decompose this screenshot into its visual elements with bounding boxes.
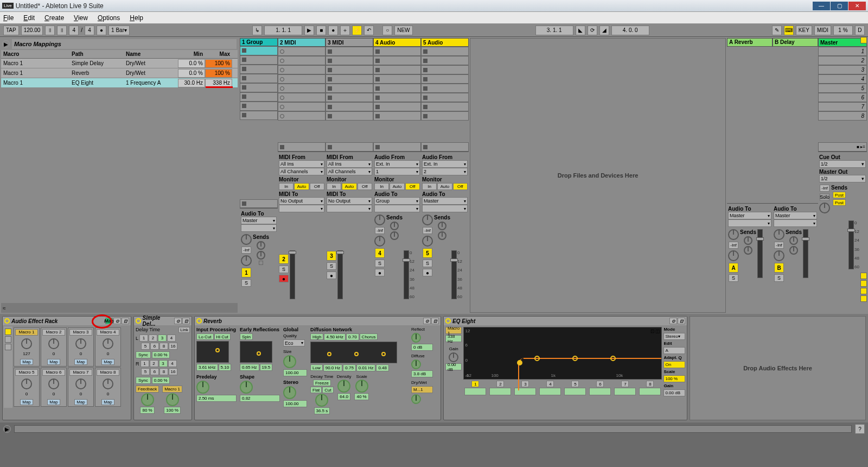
clip-slot[interactable]: [421, 65, 469, 74]
beat-div[interactable]: 4: [167, 335, 176, 342]
clip-slot[interactable]: [278, 47, 326, 56]
map-mode-button[interactable]: Map: [105, 318, 113, 324]
midi-to-dropdown[interactable]: No Output: [327, 197, 372, 205]
clip-slot[interactable]: [240, 92, 278, 102]
clip-slot[interactable]: [240, 111, 278, 120]
clip-slot[interactable]: [240, 83, 278, 92]
scene-row[interactable]: 1: [818, 47, 867, 56]
draw-mode-button[interactable]: ✎: [772, 26, 782, 35]
punch-in-button[interactable]: ◣: [576, 26, 585, 35]
overdub-button[interactable]: ＋: [340, 26, 350, 35]
midi-map-button[interactable]: MIDI: [814, 26, 831, 35]
play-button[interactable]: ▶: [304, 26, 314, 35]
macro-knob[interactable]: Macro 70Map: [68, 368, 94, 407]
stop-all-slot[interactable]: [240, 199, 278, 208]
beat-div[interactable]: 8: [159, 343, 168, 350]
track-audio[interactable]: 5 Audio Audio From Ext. In 2: [421, 38, 469, 313]
track-header[interactable]: 2 MIDI: [278, 38, 326, 47]
scene-row[interactable]: 2: [818, 56, 867, 65]
clip-slot[interactable]: [421, 111, 469, 121]
time-offset-field[interactable]: 0.00 %: [152, 351, 170, 358]
track-header[interactable]: B Delay: [773, 38, 818, 47]
volume-fader[interactable]: [451, 250, 457, 299]
clip-slot[interactable]: [421, 84, 469, 93]
cue-out-dropdown[interactable]: 1/2▾: [819, 160, 866, 168]
monitor-off[interactable]: Off: [358, 183, 372, 190]
clip-slot[interactable]: [326, 65, 373, 74]
monitor-in[interactable]: In: [279, 183, 293, 190]
pan-knob[interactable]: [241, 234, 252, 245]
clip-slot[interactable]: [278, 74, 326, 84]
monitor-off[interactable]: Off: [310, 183, 324, 190]
hot-swap-icon[interactable]: ⊙: [113, 318, 121, 324]
edit-field[interactable]: A: [663, 347, 685, 354]
device-header[interactable]: Audio Effect Rack Map ⊙ ⊡: [3, 317, 131, 325]
track-group[interactable]: 1 Group Audio To Master: [240, 38, 278, 313]
track-header[interactable]: 1 Group: [240, 38, 278, 46]
status-bar-scrub[interactable]: [14, 425, 852, 433]
device-activator-icon[interactable]: [196, 318, 202, 324]
beat-div[interactable]: 1: [139, 335, 148, 342]
clip-slot[interactable]: [373, 74, 421, 84]
arrangement-position[interactable]: 1. 1. 1: [264, 26, 302, 35]
menu-edit[interactable]: Edit: [23, 14, 35, 22]
master-fader[interactable]: [848, 220, 854, 269]
capture-button[interactable]: NEW: [394, 26, 412, 35]
follow-button[interactable]: ↳: [252, 26, 262, 35]
clip-slot[interactable]: [326, 93, 373, 102]
master-out-dropdown[interactable]: 1/2▾: [819, 175, 866, 182]
track-activator[interactable]: 4: [375, 248, 385, 258]
density-knob[interactable]: [337, 380, 350, 393]
solo-button[interactable]: S: [279, 266, 289, 273]
solo-button[interactable]: Solo: [820, 193, 829, 201]
quality-dropdown[interactable]: Eco: [283, 339, 305, 346]
time-offset-field[interactable]: 0.00 %: [152, 377, 170, 384]
send-b-knob[interactable]: [257, 251, 265, 260]
preview-play-icon[interactable]: ▶: [3, 425, 11, 433]
diffusion-graph[interactable]: [310, 342, 397, 363]
macro-min-field[interactable]: 0.0 %: [178, 69, 205, 78]
drop-files-area[interactable]: Drop Files and Devices Here: [470, 38, 726, 313]
midi-velocity-fader[interactable]: [290, 250, 295, 299]
quantize-menu[interactable]: 1 Bar ▾: [108, 26, 130, 35]
device-header[interactable]: EQ Eight ⊙⊡: [444, 317, 687, 325]
menu-create[interactable]: Create: [44, 14, 64, 22]
device-activator-icon[interactable]: [4, 318, 10, 324]
band-4-toggle[interactable]: 4: [546, 381, 554, 387]
band-6-toggle[interactable]: 6: [596, 381, 604, 387]
midi-ch-dropdown[interactable]: All Channels: [327, 168, 372, 175]
monitor-off[interactable]: Off: [405, 183, 420, 190]
gain-knob[interactable]: [449, 352, 458, 362]
send-a-knob[interactable]: [257, 241, 265, 250]
macro-min-field[interactable]: 30.0 Hz: [178, 79, 205, 87]
send-b-knob[interactable]: [789, 246, 798, 255]
track-header[interactable]: 4 Audio: [373, 38, 421, 47]
filter-shape-dropdown[interactable]: [464, 388, 486, 395]
sync-button[interactable]: Sync: [136, 377, 151, 384]
macro-knob[interactable]: Macro 20Map: [41, 327, 67, 367]
clip-slot[interactable]: [278, 56, 326, 65]
menu-file[interactable]: File: [3, 14, 14, 22]
volume-knob[interactable]: [774, 250, 784, 261]
send-b-knob[interactable]: [438, 231, 446, 240]
send-a-knob[interactable]: [438, 222, 446, 230]
solo-button[interactable]: S: [375, 260, 385, 267]
send-b-knob[interactable]: [390, 231, 399, 240]
tempo-nudge-up[interactable]: ⦀: [57, 26, 67, 35]
loop-button[interactable]: ⟳: [588, 26, 597, 35]
menu-help[interactable]: Help: [130, 14, 143, 22]
send-a-knob[interactable]: [789, 236, 798, 245]
browser-toggle-icon[interactable]: ▶: [2, 40, 10, 48]
audio-to-dropdown[interactable]: Group: [374, 197, 420, 205]
drywet-knob[interactable]: [411, 394, 421, 404]
clip-slot[interactable]: [421, 56, 469, 65]
track-activator[interactable]: 1: [241, 268, 251, 277]
punch-out-button[interactable]: ◢: [599, 26, 609, 35]
high-button[interactable]: High: [310, 333, 323, 340]
hot-swap-icon[interactable]: ⊙: [423, 318, 431, 324]
hicut-button[interactable]: Hi Cut: [214, 333, 231, 340]
save-preset-icon[interactable]: ⊡: [431, 318, 439, 324]
track-header[interactable]: 5 Audio: [421, 38, 469, 47]
solo-button[interactable]: S: [729, 274, 738, 282]
macro-knob[interactable]: Macro 30Map: [68, 327, 94, 367]
